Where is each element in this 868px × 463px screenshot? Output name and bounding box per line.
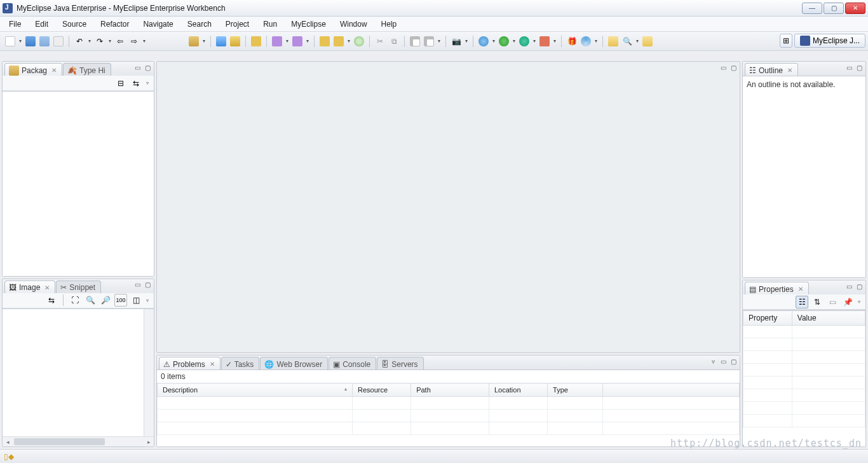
- menu-search[interactable]: Search: [181, 18, 218, 31]
- tab-package-explorer[interactable]: Packag✕: [4, 63, 62, 76]
- tab-image[interactable]: 🖼Image✕: [4, 280, 55, 293]
- collapse-all-button[interactable]: ⊟: [114, 77, 127, 90]
- close-icon[interactable]: ✕: [787, 67, 792, 74]
- maximize-view-button[interactable]: ▢: [855, 282, 864, 291]
- globe-button[interactable]: [353, 35, 365, 48]
- tab-console[interactable]: ▣Console: [329, 357, 376, 370]
- menu-source[interactable]: Source: [56, 18, 93, 31]
- tab-properties[interactable]: ▤Properties✕: [745, 282, 809, 294]
- copy-button[interactable]: ⧉: [388, 35, 400, 48]
- run-button[interactable]: [498, 35, 510, 48]
- tab-tasks[interactable]: ✓Tasks: [221, 357, 260, 370]
- run-server-button[interactable]: [318, 35, 331, 48]
- folder-button[interactable]: [607, 35, 620, 48]
- categories-button[interactable]: ☷: [796, 296, 808, 308]
- new-button[interactable]: [4, 35, 17, 48]
- folder2-button[interactable]: [641, 35, 654, 48]
- maximize-view-button[interactable]: ▢: [729, 63, 738, 72]
- view-menu-icon[interactable]: ▿: [857, 299, 862, 305]
- wizard2-button[interactable]: [291, 35, 304, 48]
- minimize-view-button[interactable]: ▭: [133, 63, 142, 72]
- debug-button[interactable]: [477, 35, 490, 48]
- filter-button[interactable]: ⇅: [811, 296, 824, 308]
- editor-body[interactable]: [157, 76, 740, 352]
- cut-button[interactable]: ✂: [374, 35, 386, 48]
- image-body[interactable]: [3, 308, 154, 436]
- zoom-out-button[interactable]: 🔍: [84, 294, 97, 307]
- col-type[interactable]: Type: [548, 384, 603, 397]
- problems-table[interactable]: DescriptionResourcePathLocationType: [157, 383, 740, 435]
- view-menu-icon[interactable]: ▿: [145, 298, 150, 303]
- menu-myeclipse[interactable]: MyEclipse: [285, 18, 332, 31]
- sync-button[interactable]: ⇆: [45, 294, 58, 307]
- menu-run[interactable]: Run: [257, 18, 283, 31]
- runext-button[interactable]: [518, 35, 531, 48]
- forward-button[interactable]: ⇨: [128, 35, 140, 48]
- tab-type-hierarchy[interactable]: 🍂Type Hi: [63, 63, 111, 76]
- undo-button[interactable]: ↶: [73, 35, 86, 48]
- stop-server-button[interactable]: [332, 35, 345, 48]
- close-icon[interactable]: ✕: [798, 286, 803, 293]
- maximize-view-button[interactable]: ▢: [143, 280, 152, 289]
- minimize-button[interactable]: —: [802, 3, 822, 14]
- tab-snippet[interactable]: ✂Snippet: [56, 280, 101, 293]
- zoom-fit-button[interactable]: ⛶: [69, 294, 81, 307]
- properties-table[interactable]: Property Value: [743, 310, 865, 427]
- crop-button[interactable]: ◫: [130, 294, 142, 307]
- scrollbar-horizontal[interactable]: ◂▸: [3, 436, 154, 446]
- save-all-button[interactable]: [38, 35, 51, 48]
- menu-file[interactable]: File: [3, 18, 27, 31]
- package-explorer-body[interactable]: [3, 91, 154, 276]
- menu-navigate[interactable]: Navigate: [137, 18, 179, 31]
- back-button[interactable]: ⇦: [114, 35, 126, 48]
- close-icon[interactable]: ✕: [51, 67, 57, 74]
- scrollbar-vertical[interactable]: [144, 309, 154, 436]
- maximize-button[interactable]: ▢: [824, 3, 844, 14]
- close-icon[interactable]: ✕: [210, 361, 215, 368]
- col-description[interactable]: Description: [158, 384, 353, 397]
- deploy2-button[interactable]: [229, 35, 241, 48]
- minimize-view-button[interactable]: ▭: [719, 357, 728, 366]
- menu-edit[interactable]: Edit: [29, 18, 55, 31]
- tab-web-browser[interactable]: 🌐Web Browser: [260, 357, 328, 370]
- view-menu-icon[interactable]: ▿: [709, 357, 717, 366]
- maximize-view-button[interactable]: ▢: [855, 63, 864, 72]
- open-perspective-button[interactable]: ⊞: [780, 34, 792, 48]
- minimize-view-button[interactable]: ▭: [719, 63, 728, 72]
- deploy-button[interactable]: [215, 35, 227, 48]
- tab-outline[interactable]: ☷Outline✕: [745, 63, 798, 76]
- link-editor-button[interactable]: ⇆: [130, 77, 142, 90]
- defaults-button[interactable]: ▭: [826, 296, 839, 308]
- minimize-view-button[interactable]: ▭: [844, 282, 853, 291]
- save-button[interactable]: [24, 35, 37, 48]
- redo-button[interactable]: ↷: [93, 35, 106, 48]
- menu-project[interactable]: Project: [219, 18, 255, 31]
- camera-button[interactable]: 📷: [450, 35, 463, 48]
- close-button[interactable]: ✕: [845, 3, 865, 14]
- tab-problems[interactable]: ⚠Problems✕: [159, 357, 220, 370]
- col-location[interactable]: Location: [489, 384, 547, 397]
- tab-servers[interactable]: 🗄Servers: [377, 357, 423, 370]
- pin-button[interactable]: 📌: [841, 296, 854, 308]
- minimize-view-button[interactable]: ▭: [844, 63, 853, 72]
- refresh-button[interactable]: [580, 35, 592, 48]
- maximize-view-button[interactable]: ▢: [729, 357, 738, 366]
- server-button[interactable]: [250, 35, 262, 48]
- search-button[interactable]: 🔍: [621, 35, 634, 48]
- maximize-view-button[interactable]: ▢: [143, 63, 152, 72]
- perspective-myeclipse[interactable]: MyEclipse J...: [794, 34, 865, 48]
- print-button[interactable]: [52, 35, 65, 48]
- zoom-in-button[interactable]: 🔎: [99, 294, 112, 307]
- wizard1-button[interactable]: [271, 35, 283, 48]
- grid2-button[interactable]: [423, 35, 435, 48]
- ext-button[interactable]: [538, 35, 551, 48]
- view-menu-icon[interactable]: ▿: [145, 80, 150, 86]
- col-path[interactable]: Path: [411, 384, 489, 397]
- col-resource[interactable]: Resource: [353, 384, 411, 397]
- new-dropdown-icon[interactable]: ▾: [18, 38, 23, 44]
- grid1-button[interactable]: [409, 35, 421, 48]
- package-button[interactable]: [187, 35, 200, 48]
- menu-refactor[interactable]: Refactor: [94, 18, 135, 31]
- minimize-view-button[interactable]: ▭: [133, 280, 142, 289]
- close-icon[interactable]: ✕: [44, 284, 50, 291]
